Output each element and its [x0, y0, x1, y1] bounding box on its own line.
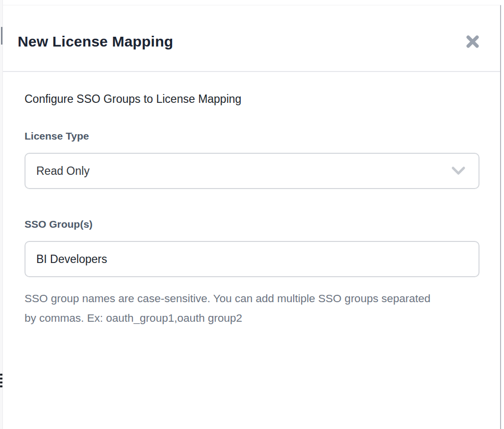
- license-type-select[interactable]: Read Only: [25, 153, 479, 189]
- underlay-text-fragment: [1, 27, 2, 45]
- modal-header: New License Mapping: [3, 5, 500, 72]
- sso-groups-field: SSO Group(s) SSO group names are case-se…: [25, 218, 476, 328]
- sso-groups-help-text: SSO group names are case-sensitive. You …: [25, 289, 439, 328]
- close-icon: [465, 34, 480, 49]
- sso-groups-input[interactable]: [25, 241, 479, 277]
- modal-title: New License Mapping: [18, 33, 173, 50]
- new-license-mapping-modal: New License Mapping Configure SSO Groups…: [3, 5, 501, 429]
- sso-groups-label: SSO Group(s): [25, 218, 476, 230]
- modal-subtitle: Configure SSO Groups to License Mapping: [25, 93, 476, 106]
- chevron-down-icon: [451, 166, 466, 176]
- license-type-field: License Type Read Only: [25, 130, 476, 189]
- license-type-label: License Type: [25, 130, 476, 142]
- list-icon-fragment: [0, 374, 2, 389]
- license-type-selected-value: Read Only: [36, 165, 90, 178]
- modal-body: Configure SSO Groups to License Mapping …: [3, 72, 500, 328]
- close-button[interactable]: [462, 31, 483, 52]
